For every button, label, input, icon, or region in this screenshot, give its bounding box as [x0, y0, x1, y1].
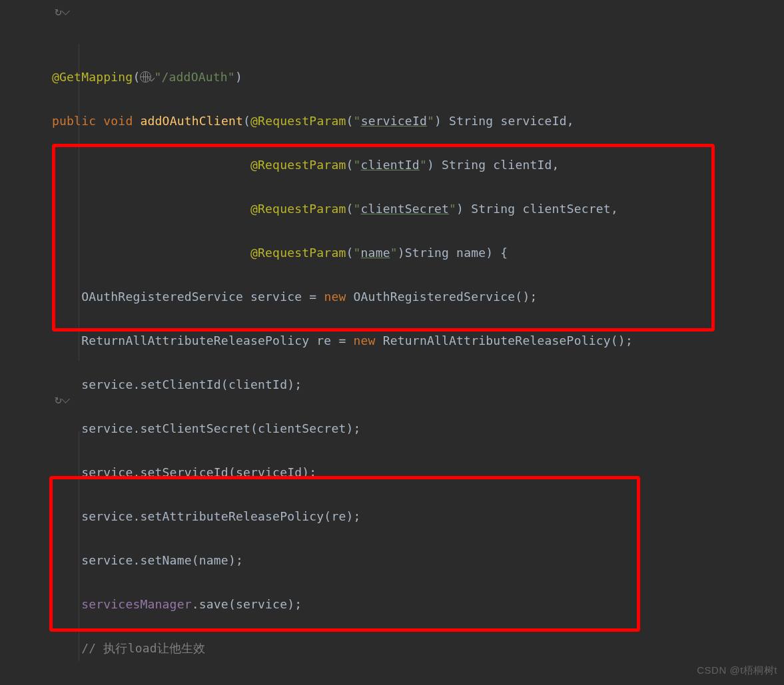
watermark: CSDN @t梧桐树t	[697, 659, 777, 681]
annotation: @GetMapping	[52, 70, 133, 84]
code-editor[interactable]: @GetMapping("/addOAuth") public void add…	[0, 0, 784, 685]
